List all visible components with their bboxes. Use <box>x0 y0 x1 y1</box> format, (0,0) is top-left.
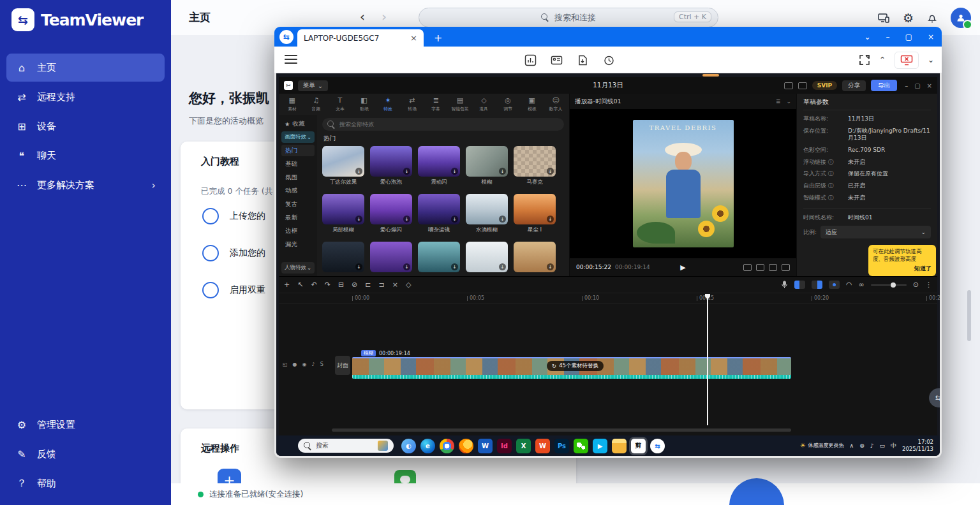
cover-button[interactable]: 封面 <box>335 356 350 375</box>
effect-card[interactable]: ↓ 震动闪 <box>418 146 460 186</box>
grid-icon[interactable] <box>769 264 777 271</box>
magnet-icon[interactable]: ◠ <box>846 281 852 289</box>
download-icon[interactable]: ↓ <box>451 216 458 223</box>
effects-category[interactable]: 最新 <box>281 212 315 223</box>
tutorial-task[interactable]: 添加您的 <box>202 245 265 261</box>
player-quality-icon[interactable]: ≣ <box>776 98 781 105</box>
panel-layout-icon[interactable] <box>798 82 807 89</box>
timeline-scale-icon[interactable]: ⊙ <box>913 281 919 289</box>
download-icon[interactable]: ↓ <box>547 216 554 223</box>
timeline-ruler[interactable]: 00:00 00:05 00:10 00:15 00:20 00:25 <box>279 293 937 304</box>
taskbar-app-icon[interactable]: Id <box>497 439 512 453</box>
sidebar-item[interactable]: ⇄ 远程支持 <box>6 83 165 111</box>
effect-card[interactable]: ↓ 模糊 <box>466 146 508 186</box>
chevron-up-icon[interactable]: ⌃ <box>879 55 886 64</box>
taskbar-app-icon[interactable]: 剪 <box>631 439 646 453</box>
effect-card[interactable]: ↓ 局部模糊 <box>322 194 364 234</box>
jianying-minimize-button[interactable]: – <box>905 82 908 89</box>
performance-icon[interactable] <box>524 54 537 66</box>
effect-card[interactable]: ↓ 爱心泡泡 <box>370 146 412 186</box>
download-icon[interactable]: ↓ <box>547 263 554 270</box>
track-control-icon[interactable]: ● <box>293 362 297 367</box>
more-options-icon[interactable]: ⋮ <box>925 281 932 289</box>
effect-card[interactable]: ↓ <box>466 242 508 272</box>
effect-thumbnail[interactable]: ↓ <box>370 242 412 272</box>
taskbar-app-icon[interactable]: ⇆ <box>650 439 665 453</box>
download-icon[interactable]: ↓ <box>355 216 362 223</box>
mirror-icon[interactable] <box>756 264 764 271</box>
hamburger-menu-icon[interactable] <box>285 55 297 64</box>
timeline-tool-icon[interactable]: + <box>284 281 290 289</box>
clip-audio-strip[interactable] <box>352 375 791 379</box>
media-tab[interactable]: ≣ 字幕 <box>424 97 448 112</box>
track-control-icon[interactable]: ◉ <box>302 362 307 367</box>
task-checkbox[interactable] <box>202 245 219 261</box>
effect-card[interactable]: ↓ <box>514 242 556 272</box>
media-tab[interactable]: ◇ 道具 <box>472 97 496 112</box>
export-button[interactable]: 导出 <box>871 80 897 91</box>
sidebar-item[interactable]: ❝ 聊天 <box>6 142 165 170</box>
tooltip-ok-button[interactable]: 知道了 <box>873 265 932 273</box>
download-icon[interactable]: ↓ <box>499 168 506 175</box>
effect-card[interactable]: ↓ <box>322 242 364 272</box>
timeline-tool-icon[interactable]: ⊟ <box>338 281 344 289</box>
session-tab-close-icon[interactable]: × <box>410 33 417 43</box>
zoom-slider[interactable] <box>871 284 907 286</box>
track-control-icon[interactable]: S <box>320 362 323 367</box>
page-scrollbar[interactable] <box>967 290 971 341</box>
play-button[interactable]: ▶ <box>680 263 685 272</box>
audio-mode-toggle[interactable] <box>812 281 822 289</box>
mic-icon[interactable] <box>781 281 788 289</box>
taskbar-app-icon[interactable]: Ps <box>554 439 569 453</box>
taskbar-app-icon[interactable]: ◐ <box>401 439 416 453</box>
effects-category[interactable]: 边框 <box>281 225 315 237</box>
player-stage[interactable]: TRAVEL DEBRIS <box>570 109 796 258</box>
effect-card[interactable]: ↓ 嘈杂运镜 <box>418 194 460 234</box>
timeline-tool-icon[interactable]: ◇ <box>406 281 411 289</box>
character-effects-group[interactable]: 人物特效 ⌄ <box>281 262 315 274</box>
media-tab[interactable]: ☺ 数字人 <box>544 97 568 112</box>
taskbar-clock[interactable]: 17:02 2025/11/13 <box>902 439 933 453</box>
download-icon[interactable]: ↓ <box>355 263 362 270</box>
timeline-tool-icon[interactable]: ↷ <box>325 281 330 289</box>
chevron-down-icon[interactable]: ⌄ <box>786 98 791 105</box>
effect-thumbnail[interactable]: ↓ <box>514 146 556 177</box>
taskbar-app-icon[interactable]: e <box>420 439 435 453</box>
effects-category[interactable]: 热门 <box>281 145 315 156</box>
session-close-button[interactable]: × <box>928 33 934 41</box>
help-fab[interactable] <box>729 478 784 505</box>
record-toggle[interactable] <box>829 281 840 289</box>
sidebar-footer-item[interactable]: ？ 帮助 <box>6 469 165 497</box>
sidebar-item[interactable]: ⋯ 更多解决方案 › <box>6 171 165 199</box>
effect-thumbnail[interactable]: ↓ <box>466 146 508 177</box>
effect-thumbnail[interactable]: ↓ <box>322 146 364 177</box>
tray-icon[interactable]: ⊕ <box>859 443 865 449</box>
taskbar-app-icon[interactable] <box>574 439 588 453</box>
effects-category[interactable]: 基础 <box>281 158 315 170</box>
taskbar-search-input[interactable]: 搜索 <box>298 439 394 453</box>
media-tab[interactable]: ◎ 调节 <box>496 97 520 112</box>
tray-icon[interactable]: ▭ <box>879 443 885 449</box>
download-icon[interactable]: ↓ <box>499 263 506 270</box>
download-icon[interactable]: ↓ <box>451 263 458 270</box>
session-tab[interactable]: LAPTOP-UGDE5GC7 × <box>297 29 424 47</box>
effect-thumbnail[interactable]: ↓ <box>322 242 364 272</box>
task-checkbox[interactable] <box>202 282 219 298</box>
effect-thumbnail[interactable]: ↓ <box>466 194 508 224</box>
weather-widget[interactable]: ☀ 体感温度更炎热 <box>800 442 844 450</box>
favorites-item[interactable]: ★ 收藏 <box>281 119 315 129</box>
disconnect-button[interactable] <box>895 52 919 69</box>
chevron-down-icon[interactable]: ⌄ <box>928 55 934 64</box>
share-button[interactable]: 分享 <box>842 80 866 91</box>
fullscreen-icon[interactable] <box>859 54 870 66</box>
effect-thumbnail[interactable]: ↓ <box>370 194 412 224</box>
media-tab[interactable]: ⇄ 转场 <box>400 97 424 112</box>
quality-icon[interactable] <box>743 264 752 271</box>
media-tab[interactable]: ▣ 模板 <box>520 97 544 112</box>
search-input[interactable]: 搜索和连接 Ctrl + K <box>419 8 718 27</box>
effect-thumbnail[interactable]: ↓ <box>466 242 508 272</box>
devices-icon[interactable] <box>877 11 890 24</box>
effects-search-input[interactable]: 搜索全部特效 <box>322 118 564 131</box>
media-tab[interactable]: ◧ 贴纸 <box>352 97 376 112</box>
download-icon[interactable]: ↓ <box>547 168 554 175</box>
